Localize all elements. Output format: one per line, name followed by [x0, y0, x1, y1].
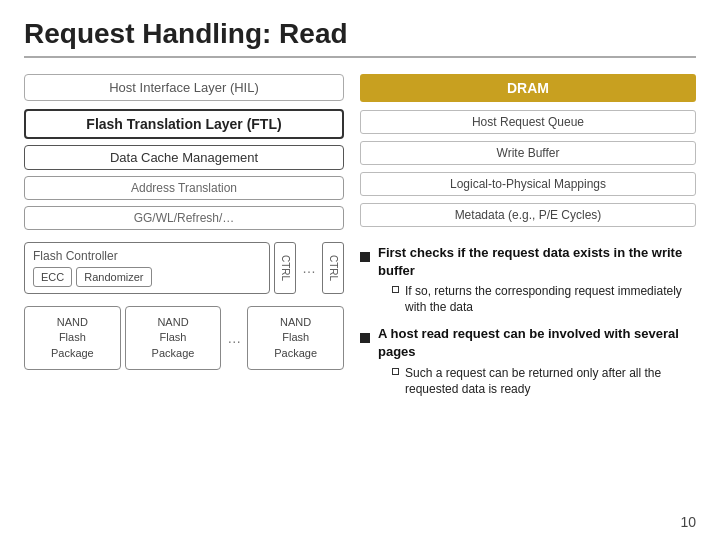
fc-title: Flash Controller	[33, 249, 261, 263]
fc-dots: …	[300, 242, 318, 294]
svg-rect-0	[360, 252, 370, 262]
ctrl-bar-1: CTRL	[274, 242, 296, 294]
left-column: Host Interface Layer (HIL) Flash Transla…	[24, 74, 344, 530]
dram-box: DRAM	[360, 74, 696, 102]
nand-box-3: NAND Flash Package	[247, 306, 344, 370]
bullet-2-text: A host read request can be involved with…	[378, 325, 696, 360]
gg-box: GG/WL/Refresh/…	[24, 206, 344, 230]
nand-dots: …	[225, 306, 243, 370]
square-icon-1	[360, 252, 370, 262]
ftl-box: Flash Translation Layer (FTL)	[24, 109, 344, 139]
sub-bullet-2-text: Such a request can be returned only afte…	[405, 365, 696, 397]
dcm-box: Data Cache Management	[24, 145, 344, 170]
bullet-2-content: A host read request can be involved with…	[378, 325, 696, 396]
bullets: First checks if the request data exists …	[360, 244, 696, 530]
bullet-1: First checks if the request data exists …	[360, 244, 696, 315]
nand-area: NAND Flash Package NAND Flash Package … …	[24, 306, 344, 370]
rand-box: Randomizer	[76, 267, 151, 287]
bullet-1-content: First checks if the request data exists …	[378, 244, 696, 315]
nand-box-2: NAND Flash Package	[125, 306, 222, 370]
content-area: Host Interface Layer (HIL) Flash Transla…	[24, 74, 696, 530]
hil-box: Host Interface Layer (HIL)	[24, 74, 344, 101]
sub-sq-icon-2	[392, 368, 399, 375]
ctrl-bar-2: CTRL	[322, 242, 344, 294]
metadata-box: Metadata (e.g., P/E Cycles)	[360, 203, 696, 227]
bullet-1-text: First checks if the request data exists …	[378, 244, 696, 279]
page-title: Request Handling: Read	[24, 18, 696, 58]
fc-inner: ECC Randomizer	[33, 267, 261, 287]
sub-bullet-1: If so, returns the corresponding request…	[392, 283, 696, 315]
fc-box: Flash Controller ECC Randomizer	[24, 242, 270, 294]
bullet-2: A host read request can be involved with…	[360, 325, 696, 396]
bullet-2-dot	[360, 329, 370, 396]
fc-area: Flash Controller ECC Randomizer CTRL … C…	[24, 242, 344, 294]
sub-bullet-1-text: If so, returns the corresponding request…	[405, 283, 696, 315]
at-box: Address Translation	[24, 176, 344, 200]
page-number: 10	[680, 514, 696, 530]
sub-sq-icon-1	[392, 286, 399, 293]
square-icon-2	[360, 333, 370, 343]
page: Request Handling: Read Host Interface La…	[0, 0, 720, 540]
svg-rect-1	[360, 333, 370, 343]
write-buffer: Write Buffer	[360, 141, 696, 165]
nand-box-1: NAND Flash Package	[24, 306, 121, 370]
bullet-1-dot	[360, 248, 370, 315]
sub-bullet-2: Such a request can be returned only afte…	[392, 365, 696, 397]
right-column: DRAM Host Request Queue Write Buffer Log…	[360, 74, 696, 530]
ecc-box: ECC	[33, 267, 72, 287]
lpm-box: Logical-to-Physical Mappings	[360, 172, 696, 196]
host-request-queue: Host Request Queue	[360, 110, 696, 134]
